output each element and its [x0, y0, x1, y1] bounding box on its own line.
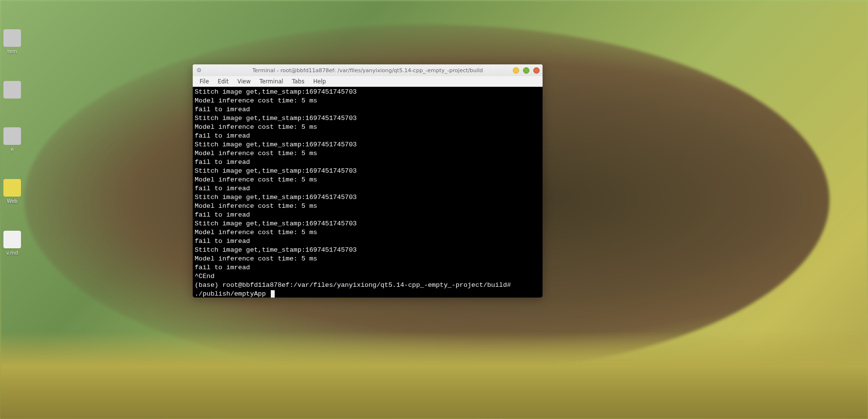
- terminal-cursor: [271, 290, 275, 298]
- app-icon: [3, 127, 21, 145]
- menu-bar: File Edit View Terminal Tabs Help: [193, 76, 543, 87]
- icon-label: Web: [7, 199, 18, 204]
- app-icon: [3, 29, 21, 47]
- desktop-icon[interactable]: e: [0, 127, 24, 152]
- maximize-button[interactable]: [523, 67, 529, 74]
- icon-label: e: [11, 147, 14, 152]
- menu-view[interactable]: View: [234, 77, 255, 86]
- icon-label: tem: [7, 49, 17, 54]
- menu-file[interactable]: File: [196, 77, 213, 86]
- window-controls: [513, 67, 540, 74]
- menu-terminal[interactable]: Terminal: [256, 77, 287, 86]
- terminal-output[interactable]: Stitch image get,time_stamp:169745174570…: [193, 87, 543, 298]
- wallpaper-foreground: [0, 331, 868, 419]
- window-title: Terminal - root@bbfd11a878ef: /var/files…: [252, 67, 483, 74]
- desktop-icon[interactable]: Web: [0, 179, 24, 204]
- desktop-icon[interactable]: v.md: [0, 231, 24, 256]
- terminal-window[interactable]: ⚙ Terminal - root@bbfd11a878ef: /var/fil…: [193, 64, 543, 298]
- close-button[interactable]: [533, 67, 540, 74]
- desktop-icon[interactable]: [0, 81, 24, 100]
- app-icon: [3, 81, 21, 99]
- minimize-button[interactable]: [513, 67, 519, 74]
- menu-tabs[interactable]: Tabs: [288, 77, 308, 86]
- menu-edit[interactable]: Edit: [214, 77, 232, 86]
- desktop-icon[interactable]: tem: [0, 29, 24, 54]
- app-icon: [3, 179, 21, 197]
- icon-label: v.md: [6, 250, 18, 256]
- file-icon: [3, 231, 21, 248]
- desktop-icons-grid: tem e Web v.md: [0, 29, 24, 256]
- window-titlebar[interactable]: ⚙ Terminal - root@bbfd11a878ef: /var/fil…: [193, 64, 543, 76]
- gear-icon[interactable]: ⚙: [196, 67, 202, 74]
- menu-help[interactable]: Help: [309, 77, 330, 86]
